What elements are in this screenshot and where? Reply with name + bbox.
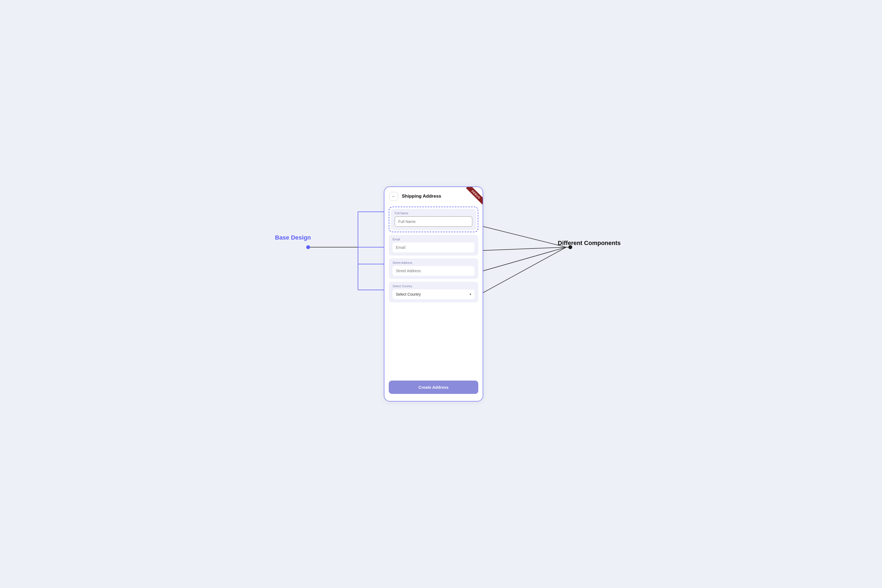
svg-line-6 bbox=[483, 226, 566, 247]
svg-line-8 bbox=[483, 247, 566, 271]
phone-frame: ← Shipping Address Full Name Email Stree… bbox=[384, 186, 483, 402]
different-components-dot bbox=[568, 245, 572, 249]
select-country-dropdown[interactable]: Select Country United States United King… bbox=[393, 290, 474, 299]
street-address-input[interactable] bbox=[393, 266, 474, 276]
full-name-field-group: Full Name bbox=[391, 209, 476, 230]
email-label: Email bbox=[393, 238, 474, 241]
svg-line-7 bbox=[483, 247, 566, 250]
back-arrow-icon: ← bbox=[392, 194, 396, 198]
full-name-label: Full Name bbox=[395, 212, 472, 215]
base-design-dot bbox=[306, 245, 310, 249]
spacer bbox=[389, 305, 478, 378]
select-country-field-group: Select Country Select Country United Sta… bbox=[389, 282, 478, 303]
back-button[interactable]: ← bbox=[389, 192, 398, 201]
different-components-label: Different Components bbox=[558, 240, 621, 247]
canvas: Base Design Different Components ← S bbox=[259, 171, 623, 417]
email-input[interactable] bbox=[393, 243, 474, 252]
base-design-label: Base Design bbox=[275, 234, 311, 241]
full-name-field-wrapper: Full Name bbox=[389, 207, 478, 232]
create-address-button[interactable]: Create Address bbox=[389, 381, 478, 394]
debug-ribbon bbox=[464, 187, 483, 206]
full-name-input[interactable] bbox=[395, 216, 472, 227]
street-address-field-group: Street Address bbox=[389, 258, 478, 279]
svg-line-9 bbox=[483, 247, 566, 292]
header-title: Shipping Address bbox=[402, 194, 441, 199]
select-country-label: Select Country bbox=[393, 285, 474, 288]
phone-content: Full Name Email Street Address Select Co… bbox=[384, 204, 483, 400]
street-address-label: Street Address bbox=[393, 261, 474, 264]
email-field-group: Email bbox=[389, 235, 478, 256]
select-country-wrapper: Select Country United States United King… bbox=[393, 290, 474, 299]
